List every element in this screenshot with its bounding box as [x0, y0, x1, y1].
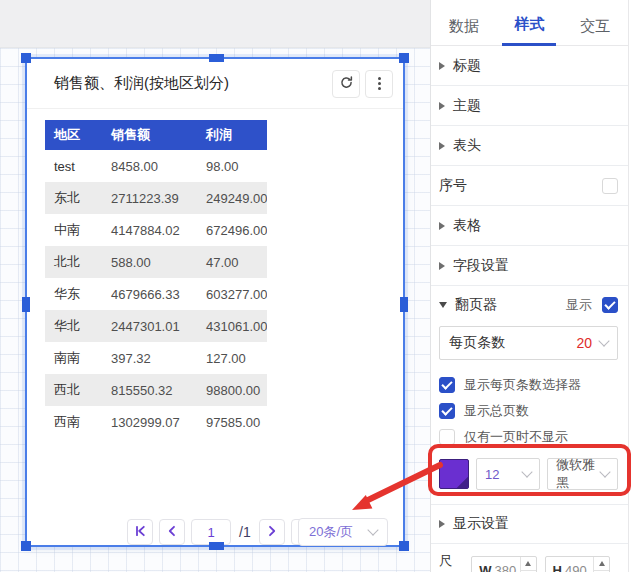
resize-handle-left[interactable]: [22, 297, 30, 312]
width-stepper[interactable]: [520, 557, 536, 572]
font-size-select[interactable]: 12: [476, 458, 540, 490]
next-page-button[interactable]: [259, 519, 285, 545]
chevron-down-icon: [367, 524, 378, 535]
height-input[interactable]: H 490: [545, 556, 610, 572]
widget-header: 销售额、利润(按地区划分): [27, 59, 403, 109]
section-field-settings[interactable]: 字段设置: [431, 246, 628, 286]
pager-show-checkbox[interactable]: [602, 297, 618, 313]
color-swatch[interactable]: [439, 459, 469, 489]
option-show-size-selector[interactable]: 显示每页条数选择器: [431, 372, 628, 398]
caret-right-icon: [439, 222, 445, 230]
height-stepper[interactable]: [593, 557, 609, 572]
caret-right-icon: [439, 142, 445, 150]
kebab-menu-icon: [378, 77, 381, 90]
column-header: 利润: [197, 126, 267, 144]
resize-handle-top-left[interactable]: [21, 53, 31, 63]
column-header: 销售额: [102, 126, 197, 144]
step-up-icon: [599, 561, 605, 566]
caret-right-icon: [439, 520, 445, 528]
serial-label: 序号: [439, 177, 467, 195]
widget-actions: [332, 70, 393, 98]
serial-checkbox[interactable]: [602, 178, 618, 194]
page-size-value: 20条/页: [309, 523, 353, 541]
row-serial-number: 序号: [431, 166, 628, 206]
settings-panel: 数据 样式 交互 标题 主题 表头 序号: [430, 0, 637, 572]
option-hide-single-page[interactable]: 仅有一页时不显示: [431, 424, 628, 450]
section-pager[interactable]: 翻页器 显示: [431, 286, 628, 324]
table-row: 东北 2711223.39 249249.00: [45, 182, 267, 214]
step-up-icon: [525, 561, 531, 566]
section-table-header[interactable]: 表头: [431, 126, 628, 166]
section-table[interactable]: 表格: [431, 206, 628, 246]
tab-interaction[interactable]: 交互: [568, 6, 622, 46]
total-pages-checkbox[interactable]: [439, 403, 455, 419]
dashboard-editor: 销售额、利润(按地区划分): [0, 0, 637, 572]
size-selector-checkbox[interactable]: [439, 377, 455, 393]
resize-handle-bottom-left[interactable]: [21, 541, 31, 551]
prev-page-button[interactable]: [159, 519, 185, 545]
hide-single-page-checkbox[interactable]: [439, 429, 455, 445]
data-table: 地区 销售额 利润 test 8458.00 98.00 东北 2711223.…: [45, 120, 267, 438]
chevron-down-icon: [521, 466, 532, 477]
caret-down-icon: [439, 302, 447, 308]
option-show-total-pages[interactable]: 显示总页数: [431, 398, 628, 424]
first-page-icon: [133, 524, 147, 541]
table-row: 南南 397.32 127.00: [45, 342, 267, 374]
canvas-topbar: [0, 0, 430, 48]
total-pages-label: /1: [239, 524, 251, 540]
tab-data[interactable]: 数据: [437, 6, 491, 46]
section-title[interactable]: 标题: [431, 46, 628, 86]
refresh-button[interactable]: [332, 70, 360, 98]
panel-tabs: 数据 样式 交互: [431, 0, 628, 46]
font-family-select[interactable]: 微软雅黑: [547, 458, 618, 490]
widget-title: 销售额、利润(按地区划分): [54, 74, 332, 93]
caret-right-icon: [439, 62, 445, 70]
more-options-button[interactable]: [365, 70, 393, 98]
resize-handle-right[interactable]: [400, 297, 408, 312]
page-size-setting-value: 20: [576, 335, 592, 351]
table-row: 西南 1302999.07 97585.00: [45, 406, 267, 438]
show-label: 显示: [566, 296, 592, 314]
table-row: test 8458.00 98.00: [45, 150, 267, 182]
resize-handle-top[interactable]: [209, 54, 224, 62]
chevron-right-icon: [265, 524, 279, 541]
resize-handle-bottom-right[interactable]: [399, 541, 409, 551]
resize-handle-top-right[interactable]: [399, 53, 409, 63]
table-row: 西北 815550.32 98800.00: [45, 374, 267, 406]
table-row: 中南 4147884.02 672496.00: [45, 214, 267, 246]
caret-right-icon: [439, 102, 445, 110]
table-row: 华北 2447301.01 431061.00: [45, 310, 267, 342]
page-size-setting-select[interactable]: 每页条数 20: [439, 326, 618, 360]
refresh-icon: [339, 75, 354, 93]
table-header-row: 地区 销售额 利润: [45, 120, 267, 150]
chevron-left-icon: [165, 524, 179, 541]
table-widget-card[interactable]: 销售额、利润(按地区划分): [25, 57, 405, 547]
tab-style[interactable]: 样式: [502, 6, 556, 46]
resize-handle-bottom[interactable]: [209, 542, 224, 550]
first-page-button[interactable]: [127, 519, 153, 545]
page-size-select[interactable]: 20条/页: [298, 518, 388, 546]
width-input[interactable]: W 380: [471, 556, 536, 572]
caret-right-icon: [439, 262, 445, 270]
chevron-down-icon: [599, 466, 610, 477]
table-row: 北北 588.00 47.00: [45, 246, 267, 278]
section-theme[interactable]: 主题: [431, 86, 628, 126]
table-row: 华东 4679666.33 603277.00: [45, 278, 267, 310]
section-display-settings[interactable]: 显示设置: [431, 504, 628, 544]
column-header: 地区: [45, 126, 102, 144]
size-settings-row: 尺寸 W 380 H 490: [431, 550, 628, 572]
pager-font-settings: 12 微软雅黑: [439, 458, 618, 490]
chevron-down-icon: [598, 335, 609, 346]
size-label: 尺寸: [439, 552, 462, 572]
canvas: 销售额、利润(按地区划分): [0, 0, 430, 572]
